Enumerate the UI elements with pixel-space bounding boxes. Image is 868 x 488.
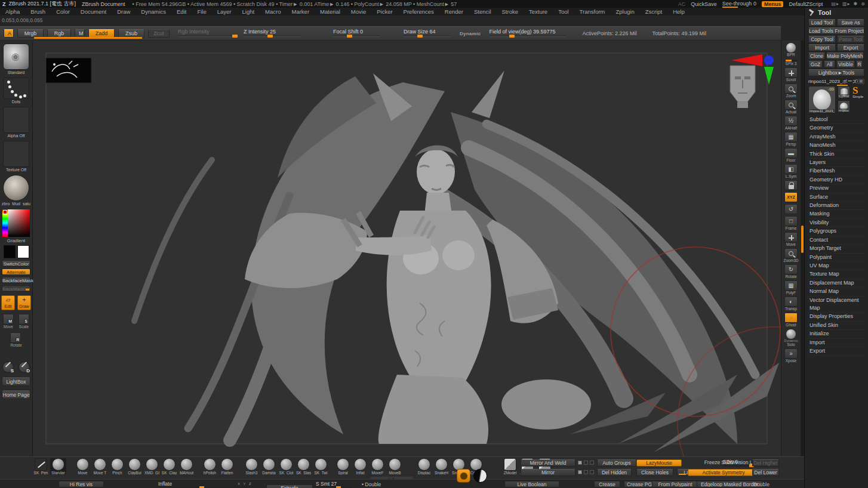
saturation-square[interactable] [8,209,30,237]
menu-item-dynamics[interactable]: Dynamics [136,8,171,15]
brush-flatten[interactable]: Flatten [219,458,235,475]
section-geometry-hd[interactable]: Geometry HD [808,176,864,184]
see-through-slider[interactable]: See-through 0 [722,1,756,7]
stroke-dots-icon[interactable] [3,78,29,99]
section-nanomesh[interactable]: NanoMesh [808,141,864,150]
brush-sk-pen[interactable]: SK_Pen [33,458,49,475]
current-tool-thumbnail[interactable]: -99 rinpoo11_2023_ [808,86,836,113]
section-deformation[interactable]: Deformation [808,202,864,210]
document-canvas[interactable] [33,41,781,456]
section-displacement-map[interactable]: Displacement Map [808,279,864,288]
hi-res-vis-button[interactable]: Hi Res vis [59,481,104,487]
material-preview-sphere-icon[interactable] [473,469,487,483]
menu-item-zplugin[interactable]: Zplugin [611,8,640,15]
import-button[interactable]: Import [808,44,836,51]
simplebrush-tool-thumbnail[interactable]: S Simple [852,86,864,98]
slider-handle[interactable] [509,35,515,38]
color-picker[interactable] [2,209,30,237]
goz-button[interactable]: GoZ [808,61,823,68]
del-lower-button[interactable]: Del Lower [752,469,779,476]
menus-toggle-button[interactable]: Menus [762,1,784,7]
close-holes-button[interactable]: Close Holes [636,469,673,476]
stroke-selector[interactable]: Dots [3,78,29,104]
section-normal-map[interactable]: Normal Map [808,288,864,296]
export-button[interactable]: Export [837,44,864,51]
section-export[interactable]: Export [808,347,864,356]
visible-button[interactable]: Visible [836,61,855,68]
xpose-button[interactable]: »Xpose [782,348,800,363]
brush-sk-twi[interactable]: SK_Twi [313,458,329,475]
secondary-color-swatch[interactable] [17,245,29,258]
tool-r-badge[interactable]: R [858,79,864,84]
axis-toggle[interactable] [584,470,588,474]
copy-tool-button[interactable]: Copy Tool [808,36,836,43]
ghost-button[interactable]: ◌Ghost [782,313,800,327]
script-record-d-button[interactable]: D [19,362,30,373]
brush-slash3[interactable]: Slash3 [244,458,260,475]
menu-item-preferences[interactable]: Preferences [398,8,439,15]
brush-thumbnail-icon[interactable] [3,44,29,70]
lightbox-button[interactable]: LightBox [2,376,30,386]
aahalf-button[interactable]: ½AAHalf [782,116,800,130]
slider-field-of-view[interactable]: Field of view(deg) 39.59775 [489,29,567,38]
default-zscript-button[interactable]: DefaultZScript [789,1,823,7]
scrollbar-handle[interactable] [801,226,804,253]
brush-xmd-gi[interactable]: XMD_GI [144,458,160,475]
activate-symmetry-button[interactable]: Activate Symmetry [688,469,759,476]
section-initialize[interactable]: Initialize [808,330,864,338]
menu-item-texture[interactable]: Texture [524,8,553,15]
move-button[interactable]: Move [782,232,800,246]
section-polygroups[interactable]: Polygroups [808,227,864,236]
section-uv-map[interactable]: UV Map [808,262,864,270]
section-texture-map[interactable]: Texture Map [808,270,864,279]
brush-zmodel[interactable]: ZModel [502,458,518,475]
clone-button[interactable]: Clone [808,52,825,60]
current-tool-title[interactable]: rinpoo11_2023_ポーズ後7. R [808,78,864,85]
menu-item-layer[interactable]: Layer [212,8,237,15]
titlebar-icon[interactable]: ✱ [854,1,858,7]
texture-selector[interactable]: Texture Off [3,141,29,172]
double-toggle[interactable]: • Double [362,481,381,487]
auto-groups-button[interactable]: Auto Groups [597,459,636,467]
section-contact[interactable]: Contact [808,236,864,245]
slider-handle[interactable] [417,35,423,38]
menu-item-alpha[interactable]: Alpha [0,8,25,15]
brush-sk-clot[interactable]: SK_Clot [278,458,294,475]
scale-mode-button[interactable]: SScale [19,314,29,329]
section-unified-skin[interactable]: Unified Skin [808,322,864,330]
zoom-button[interactable]: Zoom [782,84,800,98]
menu-item-draw[interactable]: Draw [112,8,136,15]
section-surface[interactable]: Surface [808,193,864,202]
lightbox-tools-button[interactable]: Lightbox►Tools [808,69,864,76]
brush-standar[interactable]: Standar [50,458,66,475]
brush-inflat[interactable]: Inflat [352,458,368,475]
brush-displac[interactable]: Displac [416,458,432,475]
axis-toggle[interactable] [578,470,582,474]
slider-handle[interactable] [232,35,238,38]
menu-item-picker[interactable]: Picker [371,8,398,15]
head-tool-thumbnail[interactable]: rinpoo [838,100,850,113]
section-import[interactable]: Import [808,339,864,347]
sdiv-slider[interactable]: SDiv 6 [723,459,753,467]
brush-damsta[interactable]: Damsta [261,458,277,475]
extrude-button[interactable]: Extrude [266,484,313,488]
alpha-selector[interactable]: Alpha Off [3,107,29,138]
persp-button[interactable]: ▦Persp [782,132,800,146]
quicksketch-icon-button[interactable] [457,469,470,483]
menu-item-brush[interactable]: Brush [25,8,51,15]
crease-pg-button[interactable]: Crease PG [624,481,655,487]
material-selector[interactable]: zbro_Mud_satu [2,175,30,206]
menu-item-color[interactable]: Color [51,8,75,15]
tool-palette-header[interactable]: Tool [805,8,868,17]
cylinder-tool-thumbnail[interactable]: Cylinde [838,86,850,98]
s-smt-slider[interactable]: S Smt 27 [316,481,353,488]
axis-toggle[interactable] [584,461,588,465]
slider-handle[interactable] [267,35,273,38]
menu-item-transform[interactable]: Transform [574,8,611,15]
section-geometry[interactable]: Geometry [808,124,864,132]
mirror-and-weld-button[interactable]: Mirror And Weld [521,459,575,467]
all-button[interactable]: All [824,61,835,68]
inflate-slider[interactable]: Inflate [158,481,248,488]
brush-move-t[interactable]: Move T [92,458,108,475]
section-thick-skin[interactable]: Thick Skin [808,150,864,159]
